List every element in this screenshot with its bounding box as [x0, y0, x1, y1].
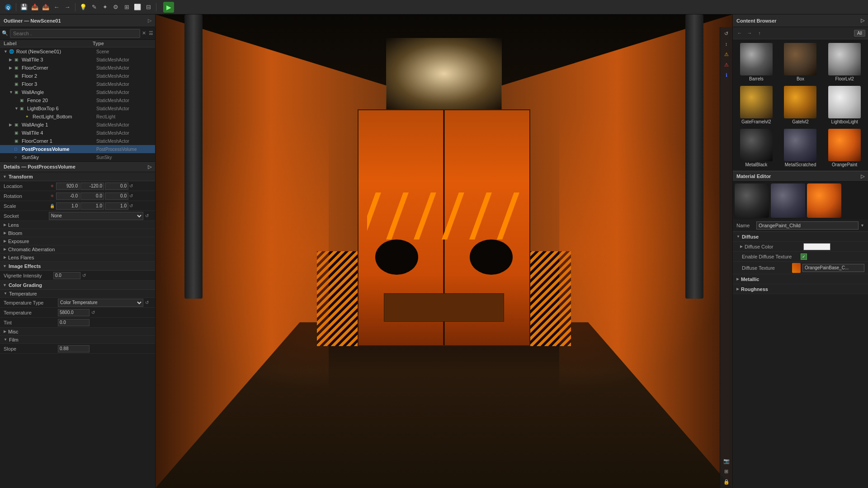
mat-editor-arrow-icon[interactable]: ▷ [861, 174, 864, 179]
settings-icon[interactable]: ⚙ [111, 3, 120, 12]
temp-type-reset-icon[interactable]: ↺ [145, 300, 151, 305]
redo-icon[interactable]: → [63, 3, 72, 12]
vp-right-2-icon[interactable]: ↕ [722, 39, 731, 48]
item-type: StaticMeshActor [96, 82, 155, 87]
window-icon[interactable]: ⬜ [133, 3, 142, 12]
tree-item-floor3[interactable]: ▣ Floor 3 StaticMeshActor [0, 80, 155, 88]
tree-item-floorcorner1[interactable]: ▣ FloorCorner 1 StaticMeshActor [0, 137, 155, 145]
mat-diffuse-section-row[interactable]: ▼ Diffuse [733, 232, 868, 242]
save-icon[interactable]: 💾 [19, 3, 28, 12]
brush-icon[interactable]: ✎ [90, 3, 99, 12]
transform-section[interactable]: ▼ Transform [0, 172, 155, 181]
mat-preview-metalscratched[interactable] [771, 183, 805, 218]
asset-item-floorlvl2[interactable]: FloorLvl2 [823, 41, 866, 83]
build-icon[interactable]: ⊞ [122, 3, 131, 12]
diffuse-color-swatch[interactable] [803, 243, 830, 250]
tint-input[interactable] [58, 319, 90, 326]
vp-right-1-icon[interactable]: ↺ [722, 29, 731, 38]
vp-right-cam2-icon[interactable]: 📷 [722, 456, 731, 465]
misc-section[interactable]: ▶ Misc [0, 328, 155, 336]
bloom-section[interactable]: ▶ Bloom [0, 229, 155, 237]
image-effects-section[interactable]: ▼ Image Effects [0, 262, 155, 271]
location-z-input[interactable] [105, 183, 128, 190]
cb-forward-icon[interactable]: → [745, 29, 754, 37]
vignette-input[interactable] [53, 272, 80, 279]
exposure-section[interactable]: ▶ Exposure [0, 237, 155, 245]
mat-name-input[interactable] [756, 221, 859, 230]
import-icon[interactable]: 📥 [30, 3, 39, 12]
tree-item-floor2[interactable]: ▣ Floor 2 StaticMeshActor [0, 72, 155, 80]
play-button[interactable]: ▶ [163, 2, 174, 13]
asset-item-barrels[interactable]: Barrels [735, 41, 778, 83]
cb-up-icon[interactable]: ↑ [755, 29, 764, 37]
asset-item-orangepaint[interactable]: OrangePaint [823, 127, 866, 169]
tree-item-root[interactable]: ▼ 🌐 Root (NewScene01) Scene [0, 47, 155, 56]
slope-input[interactable] [58, 345, 90, 352]
tree-item-floorcorner[interactable]: ▶ ▣ FloorCorner StaticMeshActor [0, 64, 155, 72]
asset-item-box[interactable]: Box [779, 41, 822, 83]
scale-z-input[interactable] [105, 202, 128, 210]
tree-item-postprocessvolume[interactable]: □ PostProcessVolume PostProcessVolume [0, 145, 155, 153]
lens-section[interactable]: ▶ Lens [0, 221, 155, 229]
vp-right-warning-icon[interactable]: ⚠ [722, 50, 731, 59]
scale-y-input[interactable] [80, 202, 104, 210]
tree-item-walltile3[interactable]: ▶ ▣ WallTile 3 StaticMeshActor [0, 56, 155, 64]
grid-icon[interactable]: ⊟ [144, 3, 153, 12]
temperature-reset-icon[interactable]: ↺ [91, 310, 98, 315]
tree-item-fence20[interactable]: ▣ Fence 20 StaticMeshActor [0, 96, 155, 104]
temperature-subsection[interactable]: ▼ Temperature [0, 290, 155, 298]
vp-right-info-icon[interactable]: ℹ [722, 70, 731, 80]
socket-reset-icon[interactable]: ↺ [145, 213, 151, 218]
tree-item-rectlight-bottom[interactable]: ✦ RectLight_Bottom RectLight [0, 113, 155, 121]
mat-metallic-section-row[interactable]: ▶ Metallic [733, 274, 868, 284]
scale-x-input[interactable] [56, 202, 80, 210]
location-x-input[interactable] [56, 183, 80, 190]
rotation-y-input[interactable] [80, 192, 104, 200]
vignette-reset-icon[interactable]: ↺ [82, 273, 89, 278]
export-icon[interactable]: 📤 [41, 3, 50, 12]
rotation-z-input[interactable] [105, 192, 128, 200]
undo-icon[interactable]: ← [52, 3, 61, 12]
enable-texture-checkbox[interactable]: ✓ [801, 253, 807, 260]
tree-item-walltile4[interactable]: ▣ WallTile 4 StaticMeshActor [0, 129, 155, 137]
mat-roughness-section-row[interactable]: ▶ Roughness [733, 284, 868, 294]
search-clear-icon[interactable]: ✕ [142, 30, 146, 36]
location-reset-icon[interactable]: ↺ [129, 183, 136, 188]
mat-preview-orangepaint[interactable] [807, 183, 841, 218]
temp-type-select[interactable]: Color Temperature [58, 299, 143, 307]
color-grading-section[interactable]: ▼ Color Grading [0, 281, 155, 290]
tree-item-wallangle[interactable]: ▼ ▣ WallAngle StaticMeshActor [0, 88, 155, 96]
socket-select[interactable]: None [49, 212, 143, 220]
location-y-input[interactable] [80, 183, 104, 190]
lens-flares-section[interactable]: ▶ Lens Flares [0, 253, 155, 262]
film-section[interactable]: ▼ Film [0, 336, 155, 344]
mat-name-dropdown-icon[interactable]: ▼ [860, 223, 864, 228]
scale-lock-icon[interactable]: 🔒 [49, 203, 55, 209]
vp-right-error-icon[interactable]: ⚠ [722, 60, 731, 69]
particle-icon[interactable]: ✦ [100, 3, 109, 12]
tree-item-sunsky[interactable]: ○ SunSky SunSky [0, 153, 155, 161]
cb-all-button[interactable]: All [854, 30, 865, 37]
filter-icon[interactable]: ☰ [149, 30, 153, 36]
tree-item-wallangle1[interactable]: ▶ ▣ WallAngle 1 StaticMeshActor [0, 121, 155, 129]
cb-back-icon[interactable]: ← [736, 29, 744, 37]
vp-right-grid3-icon[interactable]: ⊞ [722, 467, 731, 476]
cb-collapse-icon[interactable]: ▷ [861, 18, 864, 23]
light-icon[interactable]: 💡 [79, 3, 88, 12]
asset-item-metalscratched[interactable]: MetalScratched [779, 127, 822, 169]
asset-item-metalblack[interactable]: MetalBlack [735, 127, 778, 169]
search-input[interactable] [10, 29, 140, 38]
vp-right-lock-icon[interactable]: 🔒 [722, 477, 731, 486]
rotation-reset-icon[interactable]: ↺ [129, 193, 136, 198]
asset-item-lightboxlight[interactable]: LightboxLight [823, 84, 866, 126]
temperature-input[interactable] [58, 309, 90, 316]
viewport[interactable]: □ ⊞ ◎ ⊕ ✦ 90 ↖ ⊕ ↺ ↔ | 🌐 ⊞ 10 ⊟ ⊢ [156, 14, 732, 488]
asset-item-gateframelvl2[interactable]: GateFramelvl2 [735, 84, 778, 126]
diffuse-texture-name-input[interactable] [802, 264, 864, 272]
mat-preview-metalblack[interactable] [735, 183, 769, 218]
asset-item-gatelvl2[interactable]: Gatelvl2 [779, 84, 822, 126]
chromatic-aberration-section[interactable]: ▶ Chromatic Aberration [0, 245, 155, 253]
tree-item-lightboxtop6[interactable]: ▼ ▣ LightBoxTop 6 StaticMeshActor [0, 104, 155, 113]
rotation-x-input[interactable] [56, 192, 80, 200]
scale-reset-icon[interactable]: ↺ [129, 203, 136, 208]
